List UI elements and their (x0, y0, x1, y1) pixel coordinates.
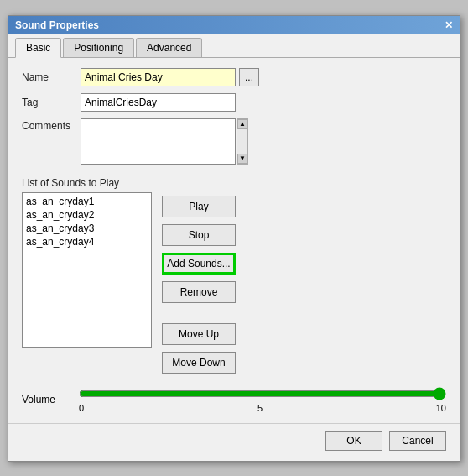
list-item[interactable]: as_an_cryday2 (24, 208, 149, 222)
tab-bar: Basic Positioning Advanced (8, 34, 460, 58)
sounds-list[interactable]: as_an_cryday1 as_an_cryday2 as_an_cryday… (22, 192, 152, 348)
move-down-button[interactable]: Move Down (162, 352, 236, 374)
list-item[interactable]: as_an_cryday4 (24, 235, 149, 248)
volume-slider-wrapper: 0 5 10 (79, 387, 446, 413)
name-label: Name (22, 71, 81, 83)
title-bar: Sound Properties ✕ (8, 16, 460, 34)
volume-min-label: 0 (79, 403, 84, 413)
tag-input[interactable] (81, 93, 236, 112)
comments-scrollbar[interactable]: ▲ ▼ (237, 118, 248, 165)
volume-mid-label: 5 (257, 403, 263, 413)
tag-label: Tag (22, 97, 81, 108)
name-row: Name ... (22, 68, 446, 86)
sounds-list-label: List of Sounds to Play (22, 177, 446, 189)
comments-wrapper: ▲ ▼ (81, 118, 236, 167)
browse-button[interactable]: ... (239, 68, 259, 86)
comments-input[interactable] (81, 118, 236, 165)
button-spacer (162, 310, 236, 316)
scroll-up-arrow[interactable]: ▲ (237, 119, 247, 129)
dialog-title: Sound Properties (15, 19, 99, 31)
sounds-layout: as_an_cryday1 as_an_cryday2 as_an_cryday… (22, 192, 446, 374)
sounds-section: List of Sounds to Play as_an_cryday1 as_… (22, 177, 446, 374)
tab-content: Name ... Tag Comments ▲ ▼ List of Sounds… (8, 58, 460, 423)
cancel-button[interactable]: Cancel (389, 431, 446, 451)
add-sounds-button[interactable]: Add Sounds... (162, 253, 236, 275)
scroll-down-arrow[interactable]: ▼ (237, 154, 247, 164)
name-input[interactable] (81, 68, 236, 86)
stop-button[interactable]: Stop (162, 224, 236, 246)
comments-row: Comments ▲ ▼ (22, 118, 446, 167)
close-button[interactable]: ✕ (445, 19, 453, 31)
comments-label: Comments (22, 118, 81, 132)
play-button[interactable]: Play (162, 196, 236, 217)
tab-basic[interactable]: Basic (15, 38, 61, 58)
tag-row: Tag (22, 93, 446, 112)
volume-label: Volume (22, 394, 72, 405)
ok-button[interactable]: OK (325, 431, 382, 451)
sound-properties-dialog: Sound Properties ✕ Basic Positioning Adv… (8, 15, 460, 462)
remove-button[interactable]: Remove (162, 281, 236, 303)
volume-section: Volume 0 5 10 (22, 387, 446, 413)
footer: OK Cancel (8, 423, 460, 461)
list-item[interactable]: as_an_cryday1 (24, 195, 149, 208)
tab-advanced[interactable]: Advanced (136, 38, 202, 57)
move-up-button[interactable]: Move Up (162, 323, 236, 345)
list-item[interactable]: as_an_cryday3 (24, 222, 149, 235)
volume-max-label: 10 (436, 403, 446, 413)
volume-slider[interactable] (79, 387, 446, 400)
tab-positioning[interactable]: Positioning (63, 38, 134, 57)
sounds-buttons: Play Stop Add Sounds... Remove Move Up M… (162, 192, 236, 374)
volume-tick-labels: 0 5 10 (79, 403, 446, 413)
